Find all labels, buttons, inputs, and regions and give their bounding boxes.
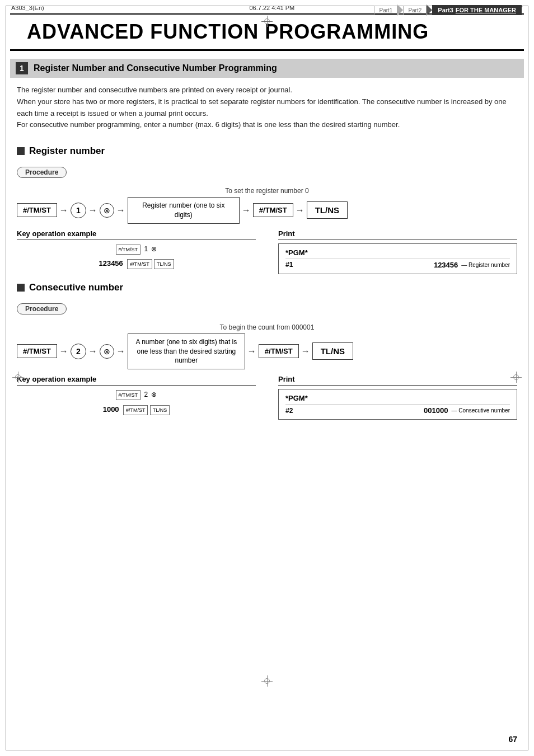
doc-date: 06.7.22 4:41 PM — [250, 4, 295, 11]
print-number-1: 123456 — [434, 261, 458, 269]
print-box-2: Print *PGM* #2 001000 — Consecutive numb… — [278, 375, 517, 420]
key-op-line1: #/TM/ST 1 ⊗ — [17, 243, 256, 256]
print-label-2: — Consecutive number — [452, 407, 510, 414]
flow-circle-2: 2 — [71, 344, 86, 359]
print-hash-2: #2 — [285, 407, 293, 415]
key-tlns-inline-2: TL/NS — [150, 405, 170, 415]
print-star-2: *PGM* — [285, 394, 510, 405]
procedure-badge-2: Procedure — [17, 303, 67, 314]
flow-box-tlns-2: TL/NS — [312, 342, 353, 360]
key-op-section-2: Key operation example #/TM/ST 2 ⊗ 1000 #… — [17, 375, 517, 420]
flow-diagram-1: To set the register number 0 #/TM/ST → 1… — [17, 187, 517, 224]
nav-part2: Part2 — [403, 6, 427, 15]
flow-note-1: To set the register number 0 — [17, 187, 517, 195]
key-op-line3: #/TM/ST 2 ⊗ — [17, 389, 256, 401]
nav-arrow1 — [397, 4, 403, 16]
print-title-2: Print — [278, 375, 517, 386]
flow-note-2: To begin the count from 000001 — [17, 323, 517, 331]
print-hash-1: #1 — [285, 261, 293, 269]
flow-box-tmst-4: #/TM/ST — [259, 344, 299, 358]
flow-box-tmst-3: #/TM/ST — [17, 344, 57, 358]
procedure-badge-1: Procedure — [17, 167, 67, 178]
flow-x-1: ⊗ — [100, 203, 114, 218]
print-row-1: #1 123456 — Register number — [285, 261, 510, 269]
consecutive-number-title: Consecutive number — [17, 282, 517, 293]
doc-id: A303_3(En) — [11, 4, 44, 11]
print-title-1: Print — [278, 229, 517, 240]
flow-box-register-num: Register number (one to six digits) — [128, 197, 240, 224]
nav-arrow2 — [427, 4, 432, 16]
page-number: 67 — [508, 735, 517, 744]
flow-x-2: ⊗ — [100, 344, 114, 359]
arrow-3: → — [114, 205, 128, 215]
key-tmst-inline-4: #/TM/ST — [123, 405, 148, 415]
flow-box-tlns-1: TL/NS — [307, 201, 348, 219]
section-header: 1 Register Number and Consecutive Number… — [10, 59, 524, 78]
key-op-box-1: Key operation example #/TM/ST 1 ⊗ 123456… — [17, 229, 256, 274]
register-number-section: Register number Procedure To set the reg… — [0, 145, 534, 274]
desc-line2: When your store has two or more register… — [17, 96, 517, 120]
section-number: 1 — [16, 62, 28, 74]
flow-box-consec-num: A number (one to six digits) that is one… — [128, 334, 245, 369]
nav-part3: Part3 FOR THE MANAGER — [432, 5, 522, 15]
key-op-title-1: Key operation example — [17, 229, 256, 240]
arrow-6: → — [57, 346, 71, 356]
section-title: Register Number and Consecutive Number P… — [34, 63, 277, 73]
print-row-2: #2 001000 — Consecutive number — [285, 406, 510, 415]
key-tmst-inline-2: #/TM/ST — [127, 259, 152, 269]
desc-line1: The register number and consecutive numb… — [17, 84, 517, 96]
arrow-10: → — [299, 346, 312, 356]
key-tlns-inline-1: TL/NS — [154, 259, 174, 269]
print-number-2: 001000 — [424, 406, 448, 415]
arrow-7: → — [86, 346, 100, 356]
print-label-1: — Register number — [461, 262, 510, 268]
flow-diagram-2: To begin the count from 000001 #/TM/ST →… — [17, 323, 517, 369]
flow-box-tmst-2: #/TM/ST — [253, 203, 293, 217]
flow-row-2: #/TM/ST → 2 → ⊗ → A number (one to six d… — [17, 334, 517, 369]
section-description: The register number and consecutive numb… — [0, 78, 534, 138]
key-op-content-2: #/TM/ST 2 ⊗ 1000 #/TM/ST TL/NS — [17, 389, 256, 416]
print-box-1: Print *PGM* #1 123456 — Register number — [278, 229, 517, 274]
key-op-line2: 123456 #/TM/ST TL/NS — [17, 257, 256, 270]
desc-line3: For consecutive number programming, ente… — [17, 119, 517, 131]
print-content-2: *PGM* #2 001000 — Consecutive number — [278, 389, 517, 420]
arrow-1: → — [57, 205, 71, 215]
flow-row-1: #/TM/ST → 1 → ⊗ → Register number (one t… — [17, 197, 517, 224]
consecutive-number-section: Consecutive number Procedure To begin th… — [0, 282, 534, 420]
arrow-8: → — [114, 346, 128, 356]
key-tmst-inline-3: #/TM/ST — [116, 390, 141, 400]
register-number-title: Register number — [17, 145, 517, 157]
print-star-1: *PGM* — [285, 248, 510, 259]
nav-tabs: Part1 Part2 Part3 FOR THE MANAGER — [374, 4, 522, 16]
print-content-1: *PGM* #1 123456 — Register number — [278, 243, 517, 274]
key-op-content-1: #/TM/ST 1 ⊗ 123456 #/TM/ST TL/NS — [17, 243, 256, 270]
key-op-box-2: Key operation example #/TM/ST 2 ⊗ 1000 #… — [17, 375, 256, 420]
flow-circle-1: 1 — [71, 203, 86, 218]
key-op-line4: 1000 #/TM/ST TL/NS — [17, 403, 256, 416]
nav-part1: Part1 — [374, 6, 397, 15]
flow-box-tmst-1: #/TM/ST — [17, 203, 57, 217]
key-op-section-1: Key operation example #/TM/ST 1 ⊗ 123456… — [17, 229, 517, 274]
page-header: A303_3(En) 06.7.22 4:41 PM Page 67 Part1… — [0, 0, 534, 13]
arrow-9: → — [245, 346, 259, 356]
key-op-title-2: Key operation example — [17, 375, 256, 386]
key-tmst-inline-1: #/TM/ST — [116, 245, 141, 255]
arrow-2: → — [86, 205, 100, 215]
arrow-4: → — [240, 205, 253, 215]
arrow-5: → — [293, 205, 307, 215]
